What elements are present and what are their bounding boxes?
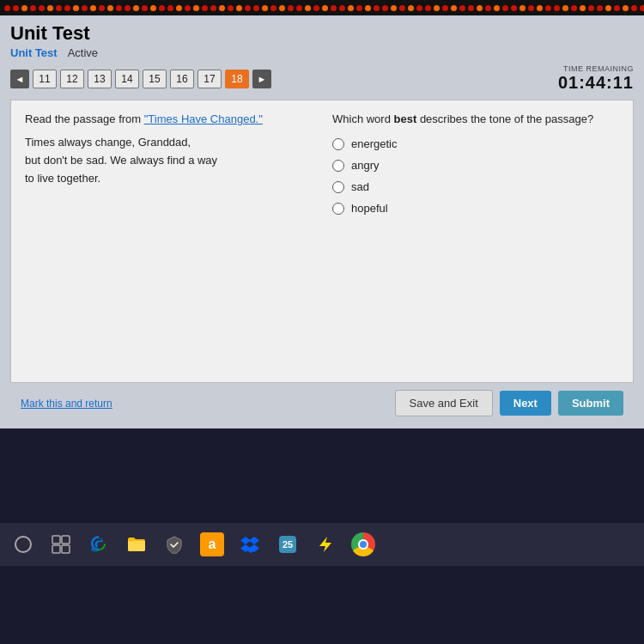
option-sad[interactable]: sad (332, 180, 619, 193)
chrome-icon (351, 532, 375, 556)
chrome-inner (358, 539, 368, 550)
light-dot (133, 5, 139, 11)
light-dot (116, 5, 122, 11)
radio-circle-angry[interactable] (332, 160, 344, 172)
radio-circle-hopeful[interactable] (332, 203, 344, 215)
light-dot (640, 5, 644, 11)
light-dot (193, 5, 199, 11)
edge-browser-button[interactable] (86, 532, 112, 557)
task-view-button[interactable] (48, 532, 74, 557)
dropbox-button[interactable] (237, 532, 263, 557)
header-subtitle-row: Unit Test Active (10, 46, 634, 59)
light-dot (605, 5, 611, 11)
windows-start-button[interactable] (10, 532, 36, 557)
light-dot (236, 5, 242, 11)
light-dot (382, 5, 388, 11)
light-dot (64, 5, 70, 11)
light-dot (185, 5, 191, 11)
light-dot (90, 5, 96, 11)
option-angry[interactable]: angry (332, 159, 619, 172)
nav-num-14[interactable]: 14 (115, 70, 139, 88)
light-dot (82, 5, 88, 11)
svg-text:25: 25 (283, 539, 293, 550)
security-button[interactable] (161, 532, 187, 557)
light-dot (125, 5, 131, 11)
mark-return-link[interactable]: Mark this and return (21, 398, 112, 410)
light-dot (21, 5, 27, 11)
light-dot (416, 5, 422, 11)
nav-num-12[interactable]: 12 (60, 70, 84, 88)
nav-num-17[interactable]: 17 (197, 70, 222, 88)
light-dot (4, 5, 10, 11)
edge-icon (88, 534, 109, 555)
light-dot (348, 5, 354, 11)
nav-bar: ◄ 11 12 13 14 15 16 17 18 ► TIME REMAINI… (10, 64, 634, 93)
unit-test-subtitle: Unit Test (10, 46, 58, 59)
option-hopeful[interactable]: hopeful (332, 202, 619, 215)
light-dot (99, 5, 105, 11)
main-wrapper: Unit Test Unit Test Active ◄ 11 12 13 14… (0, 15, 644, 428)
light-dot (391, 5, 397, 11)
light-dot (511, 5, 517, 11)
light-dot (374, 5, 380, 11)
passage-column: Read the passage from "Times Have Change… (25, 112, 312, 223)
top-lights (0, 0, 644, 15)
light-dot (537, 5, 543, 11)
light-dot (519, 5, 526, 11)
light-dot (571, 5, 577, 11)
light-dot (39, 5, 45, 11)
option-energetic[interactable]: energetic (332, 137, 619, 150)
svg-rect-3 (62, 545, 70, 553)
chrome-button[interactable] (350, 532, 376, 557)
light-dot (56, 5, 62, 11)
light-dot (270, 5, 276, 11)
light-dot (597, 5, 603, 11)
app-icon: 25 (277, 534, 298, 555)
nav-next-button[interactable]: ► (252, 70, 271, 88)
save-exit-button[interactable]: Save and Exit (395, 390, 493, 416)
question-card: Read the passage from "Times Have Change… (10, 100, 634, 383)
radio-circle-energetic[interactable] (332, 138, 344, 150)
light-dot (468, 5, 474, 11)
nav-prev-button[interactable]: ◄ (10, 70, 29, 88)
nav-num-11[interactable]: 11 (33, 70, 57, 88)
svg-point-4 (91, 548, 100, 552)
light-dot (245, 5, 251, 11)
svg-rect-0 (52, 536, 60, 544)
svg-rect-1 (62, 536, 70, 544)
light-dot (313, 5, 319, 11)
amazon-button[interactable]: a (199, 532, 225, 557)
next-button[interactable]: Next (500, 391, 551, 416)
submit-button[interactable]: Submit (558, 391, 623, 416)
light-dot (202, 5, 208, 11)
status-badge: Active (68, 46, 98, 59)
light-dot (13, 5, 19, 11)
light-dot (365, 5, 371, 11)
nav-num-18[interactable]: 18 (225, 70, 249, 88)
nav-num-15[interactable]: 15 (143, 70, 167, 88)
page-title: Unit Test (10, 22, 634, 45)
light-dot (494, 5, 500, 11)
light-dot (150, 5, 156, 11)
time-remaining-block: TIME REMAINING 01:44:11 (558, 64, 634, 93)
light-dot (47, 5, 53, 11)
light-dot (442, 5, 448, 11)
nav-num-16[interactable]: 16 (170, 70, 194, 88)
nav-num-13[interactable]: 13 (88, 70, 112, 88)
app-with-badge-button[interactable]: 25 (275, 532, 301, 557)
lightning-button[interactable] (313, 532, 338, 557)
light-dot (262, 5, 268, 11)
card-inner: Read the passage from "Times Have Change… (25, 112, 619, 223)
btn-group: Save and Exit Next Submit (395, 390, 623, 416)
light-dot (30, 5, 36, 11)
radio-circle-sad[interactable] (332, 181, 344, 193)
light-dot (331, 5, 337, 11)
light-dot (296, 5, 302, 11)
folder-icon (126, 534, 147, 555)
dropbox-icon (240, 534, 260, 555)
passage-title-link[interactable]: "Times Have Changed." (144, 112, 263, 125)
amazon-icon: a (200, 532, 224, 556)
light-dot (73, 5, 79, 11)
file-explorer-button[interactable] (124, 532, 149, 557)
bottom-bar: Mark this and return Save and Exit Next … (10, 383, 634, 423)
